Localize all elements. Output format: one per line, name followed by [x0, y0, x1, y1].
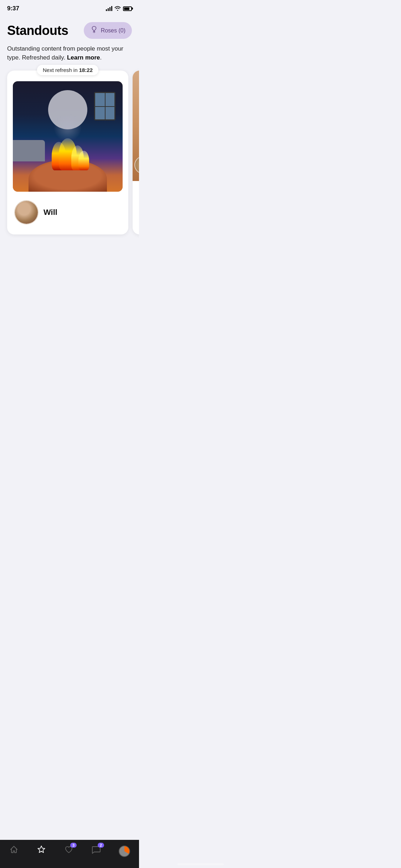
user-name: Will [43, 208, 57, 217]
bottom-spacer [7, 234, 132, 277]
flame-4 [78, 151, 89, 170]
status-bar: 9:37 [0, 0, 139, 15]
roses-label: Roses (0) [101, 27, 125, 34]
signal-bars-icon [106, 6, 112, 11]
main-content: Standouts Roses (0) Outstanding content … [0, 15, 139, 277]
learn-more-link[interactable]: Learn more [67, 54, 100, 61]
main-card[interactable]: Next refresh in 18:22 [7, 71, 128, 234]
status-icons [106, 6, 132, 12]
user-avatar [14, 200, 38, 224]
card-image-wrapper [13, 81, 123, 192]
avatar-inner [15, 201, 38, 224]
second-card-peek[interactable] [133, 71, 139, 234]
status-time: 9:37 [7, 5, 19, 12]
roses-button[interactable]: Roses (0) [84, 22, 132, 39]
smoke [53, 113, 82, 142]
refresh-time: 18:22 [79, 67, 93, 73]
refresh-prefix: Next refresh in [43, 67, 79, 73]
card-user-info: Will [7, 197, 128, 227]
window-right [94, 92, 115, 120]
wifi-icon [114, 6, 121, 12]
second-card-avatar [134, 156, 139, 174]
couch-left [13, 140, 45, 161]
roses-icon [90, 26, 98, 35]
fire-scene [13, 81, 123, 192]
refresh-badge: Next refresh in 18:22 [37, 65, 98, 75]
description-text: Outstanding content from people most you… [7, 45, 123, 61]
description: Outstanding content from people most you… [7, 45, 132, 62]
page-title: Standouts [7, 23, 68, 38]
battery-icon [123, 6, 132, 11]
cards-container: Next refresh in 18:22 [7, 71, 132, 234]
header-row: Standouts Roses (0) [7, 22, 132, 39]
second-card-image [133, 71, 139, 181]
